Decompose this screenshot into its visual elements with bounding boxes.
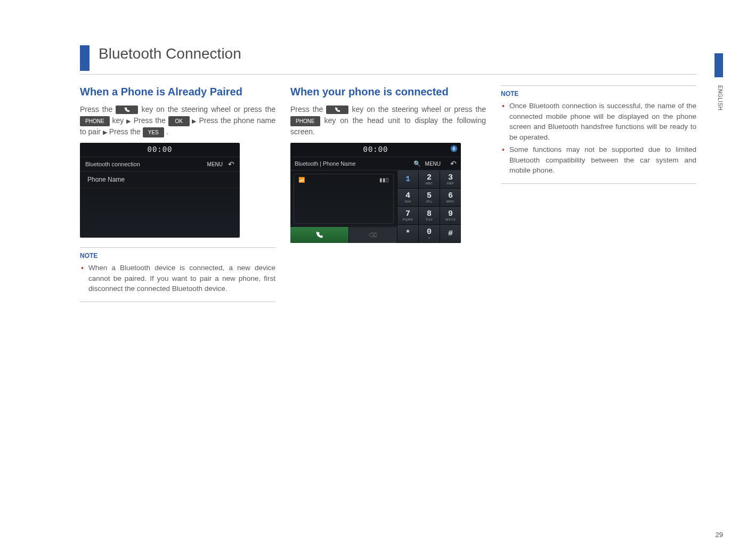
dialer-body: 📶 ▮▮▯ ⌫ 12ABC3DEF4GHI5JKL6MNO7PQRS8TUV9W… xyxy=(290,171,461,243)
paragraph-paired: Press the key on the steering wheel or p… xyxy=(80,104,275,137)
keypad-digit: 6 xyxy=(448,192,453,200)
page-number: 29 xyxy=(716,531,723,539)
keypad-key: 3DEF xyxy=(440,171,461,189)
screenshot-title-bar: Bluetooth connection MENU ↶ xyxy=(80,157,240,172)
keypad-digit: * xyxy=(405,230,410,238)
keypad-letters: ABC xyxy=(426,182,433,185)
keypad-letters: MNO xyxy=(446,200,455,203)
chapter-title: Bluetooth Connection xyxy=(99,45,696,74)
section-heading-paired: When a Phone is Already Paired xyxy=(80,85,275,99)
keypad-letters: TUV xyxy=(426,218,433,221)
section-heading-connected: When your phone is connected xyxy=(290,85,486,99)
title-divider xyxy=(80,74,696,75)
arrow-icon: ▶ xyxy=(126,118,131,124)
battery-icon: ▮▮▯ xyxy=(379,177,389,221)
keypad: 12ABC3DEF4GHI5JKL6MNO7PQRS8TUV9WXYZ*0+# xyxy=(397,171,461,243)
screenshot-time: 00:00 xyxy=(80,143,240,157)
text-fragment: Press the xyxy=(80,105,116,113)
keypad-digit: 5 xyxy=(427,192,432,200)
delete-button: ⌫ xyxy=(349,227,397,243)
keypad-digit: # xyxy=(448,230,453,238)
dialer-bottom-row: ⌫ xyxy=(290,227,397,243)
screenshot-menu-button: MENU xyxy=(425,161,441,167)
arrow-icon: ▶ xyxy=(192,118,199,124)
paragraph-connected: Press the key on the steering wheel or p… xyxy=(290,104,486,137)
note-list: Once Bluetooth connection is successful,… xyxy=(501,101,696,184)
text-fragment: Press the xyxy=(109,127,143,136)
keypad-digit: 0 xyxy=(427,228,432,236)
dialer-left-panel: 📶 ▮▮▯ ⌫ xyxy=(290,171,397,243)
call-button xyxy=(290,227,349,243)
screenshot-bar-title: Bluetooth connection xyxy=(85,161,207,167)
right-language-tab xyxy=(715,53,723,77)
keypad-key: 4GHI xyxy=(397,189,418,207)
keypad-digit: 8 xyxy=(427,210,432,218)
keypad-key: # xyxy=(440,225,461,243)
keypad-key: 0+ xyxy=(418,225,440,243)
screenshot-dialer: 00:00 Bluetooth | Phone Name 🔍 MENU ↶ 📶 … xyxy=(290,143,461,243)
note-label: NOTE xyxy=(80,247,275,259)
keypad-digit: 7 xyxy=(405,210,410,218)
keypad-key: 6MNO xyxy=(440,189,461,207)
language-label: ENGLISH xyxy=(717,85,723,110)
keypad-letters: + xyxy=(428,236,430,239)
keypad-digit: 3 xyxy=(448,174,453,182)
keypad-key: 5JKL xyxy=(418,189,440,207)
arrow-icon: ▶ xyxy=(103,129,107,135)
keypad-key: 9WXYZ xyxy=(440,207,461,225)
signal-icon: 📶 xyxy=(298,177,305,221)
note-item: Once Bluetooth connection is successful,… xyxy=(501,101,696,142)
phone-key: PHONE xyxy=(80,116,110,126)
handset-icon xyxy=(123,107,131,113)
dialer-display: 📶 ▮▮▯ xyxy=(294,174,394,224)
screenshot-list-row: Phone Name xyxy=(80,172,240,188)
ok-key: OK xyxy=(168,116,190,126)
call-key-icon xyxy=(326,105,348,114)
keypad-key: 7PQRS xyxy=(397,207,418,225)
screenshot-menu-button: MENU xyxy=(207,161,223,167)
keypad-key: 2ABC xyxy=(418,171,440,189)
keypad-key: * xyxy=(397,225,418,243)
note-item: Some functions may not be supported due … xyxy=(501,144,696,176)
keypad-key: 1 xyxy=(397,171,418,189)
screenshot-bar-title: Bluetooth | Phone Name xyxy=(295,160,355,167)
back-icon: ↶ xyxy=(228,160,234,168)
text-fragment: . xyxy=(166,127,168,136)
text-fragment: key xyxy=(112,116,126,125)
phone-key: PHONE xyxy=(290,116,320,126)
keypad-key: 8TUV xyxy=(418,207,440,225)
time-text: 00:00 xyxy=(363,145,388,154)
text-fragment: key on the steering wheel or press the xyxy=(141,105,275,113)
screenshot-bluetooth-list: 00:00 Bluetooth connection MENU ↶ Phone … xyxy=(80,143,240,238)
column-1: When a Phone is Already Paired Press the… xyxy=(80,85,275,302)
text-fragment: Press the xyxy=(290,105,326,113)
keypad-letters: WXYZ xyxy=(445,218,456,221)
keypad-digit: 9 xyxy=(448,210,453,218)
yes-key: YES xyxy=(143,127,164,137)
left-chapter-tab xyxy=(80,45,90,71)
keypad-letters: GHI xyxy=(404,200,411,203)
keypad-digit: 4 xyxy=(405,192,410,200)
column-3: NOTE Once Bluetooth connection is succes… xyxy=(501,85,696,302)
note-list: When a Bluetooth device is connected, a … xyxy=(80,263,275,302)
bluetooth-icon xyxy=(450,145,458,152)
keypad-digit: 2 xyxy=(427,174,432,182)
handset-icon xyxy=(315,231,323,239)
screenshot-title-bar: Bluetooth | Phone Name 🔍 MENU ↶ xyxy=(290,157,461,171)
keypad-letters: DEF xyxy=(447,182,454,185)
text-fragment: Press the xyxy=(134,116,168,125)
keypad-letters: JKL xyxy=(426,200,433,203)
back-icon: ↶ xyxy=(450,159,457,168)
handset-icon xyxy=(334,107,341,113)
screenshot-time: 00:00 xyxy=(290,143,461,157)
text-fragment: key on the steering wheel or press the xyxy=(352,105,486,113)
search-icon: 🔍 xyxy=(413,160,421,167)
call-key-icon xyxy=(116,105,138,114)
note-item: When a Bluetooth device is connected, a … xyxy=(80,263,275,294)
column-2: When your phone is connected Press the k… xyxy=(290,85,486,302)
keypad-letters: PQRS xyxy=(403,218,413,221)
note-label: NOTE xyxy=(501,85,696,98)
keypad-digit: 1 xyxy=(405,175,410,183)
